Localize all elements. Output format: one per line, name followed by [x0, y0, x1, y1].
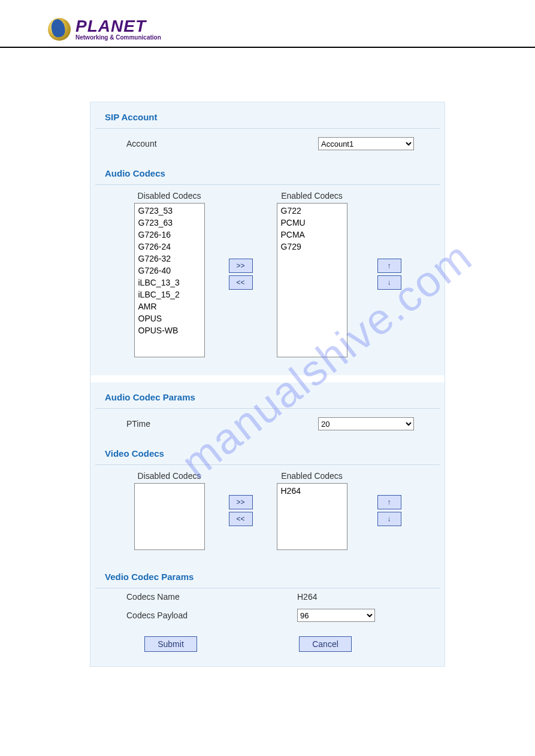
video-disabled-label: Disabled Codecs: [138, 471, 201, 481]
account-label: Account: [126, 139, 318, 148]
submit-button[interactable]: Submit: [144, 636, 197, 652]
list-item[interactable]: iLBC_13_3: [138, 277, 201, 289]
video-move-down-button[interactable]: ↓: [377, 512, 401, 526]
list-item[interactable]: G726-40: [138, 265, 201, 277]
list-item[interactable]: G726-24: [138, 241, 201, 253]
audio-move-left-button[interactable]: <<: [229, 275, 253, 290]
audio-params-title: Audio Codec Params: [90, 382, 445, 408]
audio-codecs-dual-list: Disabled Codecs G723_53G723_63G726-16G72…: [90, 185, 445, 375]
page-header: PLANET Networking & Communication: [0, 0, 535, 48]
video-codecs-dual-list: Disabled Codecs >> << Enabled Codecs H26…: [90, 465, 445, 562]
audio-codecs-title: Audio Codecs: [90, 159, 445, 184]
audio-disabled-listbox[interactable]: G723_53G723_63G726-16G726-24G726-32G726-…: [134, 203, 205, 357]
sip-account-title: SIP Account: [90, 102, 445, 128]
list-item[interactable]: OPUS: [138, 312, 201, 324]
codecs-payload-select[interactable]: 96: [297, 609, 375, 622]
account-select[interactable]: Account1: [318, 137, 414, 150]
config-panel: SIP Account Account Account1 Audio Codec…: [90, 102, 445, 667]
video-move-right-button[interactable]: >>: [229, 495, 253, 509]
video-codecs-title: Video Codecs: [90, 439, 445, 464]
ptime-label: PTime: [126, 419, 318, 429]
video-params-title: Vedio Codec Params: [90, 562, 445, 588]
list-item[interactable]: H264: [281, 485, 343, 497]
video-enabled-label: Enabled Codecs: [281, 471, 343, 481]
list-item[interactable]: G723_53: [138, 205, 201, 217]
brand-name: PLANET: [75, 18, 161, 35]
list-item[interactable]: G726-32: [138, 253, 201, 265]
video-move-left-button[interactable]: <<: [229, 512, 253, 526]
video-enabled-listbox[interactable]: H264: [277, 483, 347, 550]
audio-move-right-button[interactable]: >>: [229, 259, 253, 273]
list-item[interactable]: G726-16: [138, 229, 201, 241]
cancel-button[interactable]: Cancel: [299, 636, 352, 652]
codecs-name-value: H264: [297, 592, 317, 602]
brand-tagline: Networking & Communication: [75, 35, 161, 41]
audio-disabled-label: Disabled Codecs: [138, 191, 201, 201]
globe-icon: [48, 18, 71, 41]
list-item[interactable]: PCMA: [281, 229, 343, 241]
list-item[interactable]: iLBC_15_2: [138, 289, 201, 300]
codecs-payload-label: Codecs Payload: [126, 611, 297, 620]
brand-logo: PLANET Networking & Communication: [48, 18, 487, 41]
audio-move-down-button[interactable]: ↓: [377, 275, 401, 290]
list-item[interactable]: G723_63: [138, 217, 201, 229]
list-item[interactable]: G729: [281, 241, 343, 253]
list-item[interactable]: PCMU: [281, 217, 343, 229]
list-item[interactable]: AMR: [138, 300, 201, 312]
list-item[interactable]: OPUS-WB: [138, 324, 201, 336]
video-move-up-button[interactable]: ↑: [377, 495, 401, 509]
list-item[interactable]: G722: [281, 205, 343, 217]
video-disabled-listbox[interactable]: [134, 483, 205, 550]
audio-enabled-label: Enabled Codecs: [281, 191, 343, 201]
codecs-name-label: Codecs Name: [126, 592, 297, 602]
audio-enabled-listbox[interactable]: G722PCMUPCMAG729: [277, 203, 347, 357]
ptime-select[interactable]: 20: [318, 417, 414, 430]
audio-move-up-button[interactable]: ↑: [377, 259, 401, 273]
